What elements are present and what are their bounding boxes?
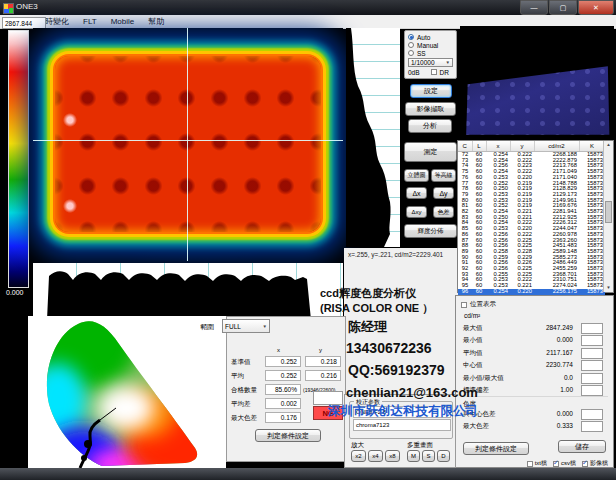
judge-condition-button-2[interactable]: 判定條件設定 (255, 429, 321, 442)
table-cell: 60 (472, 289, 486, 295)
zoom-section-label: 放大 (351, 441, 364, 450)
luminance-heatmap[interactable] (33, 28, 343, 261)
zoom-x4-button[interactable]: x4 (368, 450, 383, 462)
radio-icon[interactable] (408, 34, 414, 40)
stat-label: 平均值 (463, 349, 483, 358)
stat-input-box[interactable] (581, 348, 603, 359)
judge-condition-button[interactable]: 判定條件設定 (463, 442, 529, 455)
multi-S-button[interactable]: S (422, 450, 435, 462)
luminance-dist-button[interactable]: 輝度分佈 (404, 224, 457, 238)
table-header-cell[interactable]: L (472, 141, 486, 152)
checkbox-icon[interactable] (461, 302, 467, 308)
shutter-select[interactable]: 1/10000 (408, 58, 453, 67)
measure-button[interactable]: 測定 (404, 142, 457, 162)
stat-input-box[interactable] (581, 373, 603, 384)
panel-hot-region (55, 56, 321, 232)
avg-diff-label: 平均差 (231, 400, 251, 409)
radio-auto[interactable]: Auto (408, 33, 453, 41)
table-row[interactable]: 96600.2540.2202256.17515873 (458, 289, 605, 295)
range-x-value: 0.252 (265, 356, 301, 367)
table-body: 72600.2540.2222268.1881587373600.2540.22… (458, 152, 605, 295)
table-header-cell[interactable]: x (486, 141, 510, 152)
gain-row: 0dB DR (408, 68, 453, 76)
stat-row: 標準偏差1.00 (456, 384, 613, 396)
pass-value: 85.60% (265, 384, 301, 395)
checkbox-label: 影像檔 (590, 459, 608, 468)
scroll-down-icon[interactable]: ▼ (604, 284, 613, 292)
radio-icon[interactable] (408, 42, 414, 48)
analyze-button[interactable]: 分析 (408, 119, 452, 133)
stat-input-box[interactable] (581, 360, 603, 371)
file-check[interactable]: 影像檔 (582, 459, 608, 468)
menu-item[interactable]: FLT (76, 17, 104, 26)
camera-preview (460, 26, 614, 138)
title-bar: ONE3 — ▢ ✕ (0, 0, 616, 15)
stat-value: 1.00 (560, 386, 573, 393)
table-header-cell[interactable]: cd/m2 (534, 141, 579, 152)
position-display-check[interactable]: 位置表示 (461, 300, 496, 309)
radio-ss[interactable]: SS (408, 49, 453, 57)
table-header-cell[interactable]: K (579, 141, 605, 152)
max-diff-value: 0.176 (265, 412, 301, 423)
crosshair-horizontal (33, 140, 343, 141)
watermark-line: 13430672236 (346, 340, 432, 356)
position-display-label: 位置表示 (470, 300, 496, 309)
avg-diff-value: 0.002 (265, 398, 301, 409)
minimize-icon[interactable]: — (520, 0, 548, 15)
solid-view-button[interactable]: 立體圖 (404, 169, 429, 182)
stat-input-box[interactable] (581, 323, 603, 334)
calibration-param2[interactable]: chroma7123 (353, 419, 451, 431)
stat-row: 與中心色差0.000 (456, 408, 613, 420)
multi-D-button[interactable]: D (437, 450, 450, 462)
delta-x-button[interactable]: Δx (406, 187, 427, 199)
radio-icon[interactable] (408, 50, 414, 56)
table-header-cell[interactable]: y (510, 141, 534, 152)
scroll-up-icon[interactable]: ▲ (604, 141, 613, 149)
table-header-row: CLxycd/m2K (458, 141, 605, 152)
checkbox-icon[interactable] (553, 461, 559, 467)
range-y-value: 0.218 (305, 356, 341, 367)
range-row: 平均0.2520.216 (227, 369, 345, 383)
maximize-icon[interactable]: ▢ (549, 0, 577, 15)
range-select[interactable]: FULL (222, 319, 270, 333)
table-scrollbar[interactable]: ▲ ▼ (603, 141, 613, 292)
stat-row: 最小值0.000 (456, 334, 613, 346)
set-button[interactable]: 設定 (410, 84, 452, 98)
stat-value: 2117.167 (546, 349, 573, 356)
stat-row: 最小值/最大值0.0 (456, 372, 613, 384)
checkbox-icon[interactable] (527, 461, 533, 467)
file-check[interactable]: txt檔 (527, 459, 547, 468)
stat-row: 最大值2847.249 (456, 322, 613, 334)
table-header-cell[interactable]: C (458, 141, 472, 152)
zoom-x8-button[interactable]: x8 (385, 450, 400, 462)
range-value: FULL (225, 323, 241, 330)
menu-item[interactable]: 幫助 (141, 16, 171, 27)
zoom-x2-button[interactable]: x2 (351, 450, 366, 462)
chroma-rows: 與中心色差0.000最大色差0.333 (456, 408, 613, 433)
file-check[interactable]: csv檔 (553, 459, 576, 468)
dr-checkbox[interactable] (431, 69, 437, 75)
multi-M-button[interactable]: M (407, 450, 420, 462)
stat-input-box[interactable] (581, 421, 603, 432)
delta-y-button[interactable]: Δy (433, 187, 454, 199)
save-button[interactable]: 儲存 (558, 440, 606, 453)
multi-screen-label: 多重畫面 (407, 441, 433, 450)
close-icon[interactable]: ✕ (578, 0, 614, 15)
stat-value: 2230.774 (546, 361, 573, 368)
stat-input-box[interactable] (581, 409, 603, 420)
stat-row: 平均值2117.167 (456, 347, 613, 359)
menu-item[interactable]: Mobile (104, 17, 142, 26)
checkbox-icon[interactable] (582, 461, 588, 467)
stat-row: 最大色差0.333 (456, 420, 613, 432)
range-rows: 基準值0.2520.218平均0.2520.216 (227, 355, 345, 383)
scroll-thumb[interactable] (605, 201, 612, 223)
delta-xy-button[interactable]: Δxy (406, 206, 427, 218)
color-diff-button[interactable]: 色差 (433, 206, 454, 218)
stat-value: 2847.249 (546, 324, 573, 331)
radio-manual[interactable]: Manual (408, 41, 453, 49)
stat-input-box[interactable] (581, 335, 603, 346)
contour-button[interactable]: 等高線 (431, 169, 456, 182)
stat-input-box[interactable] (581, 385, 603, 396)
max-diff-label: 最大色差 (231, 414, 257, 423)
image-capture-button[interactable]: 影像擷取 (405, 102, 456, 116)
